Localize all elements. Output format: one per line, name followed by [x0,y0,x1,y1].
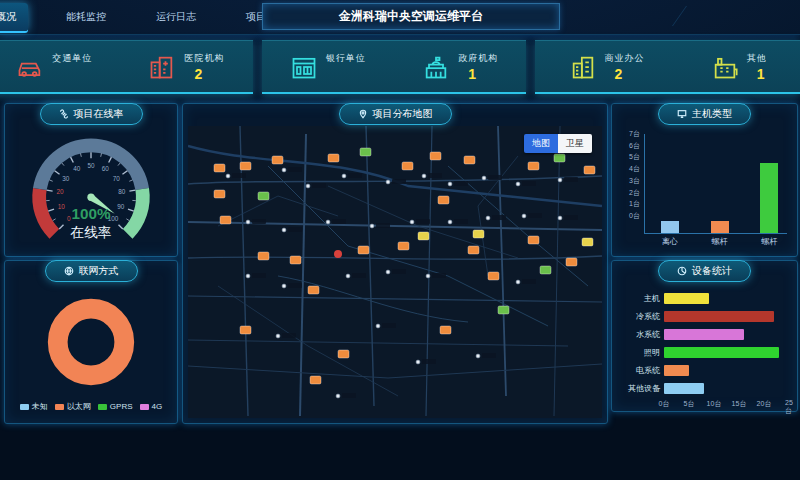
y-tick-label: 1台 [629,199,640,209]
map-project-marker[interactable] [540,266,551,274]
map-project-marker[interactable] [528,236,539,244]
bar-离心[interactable] [661,221,679,233]
government-icon [422,53,450,81]
bar-电系统[interactable] [664,365,689,376]
map-place-dot [448,182,452,186]
satellite-button[interactable]: 卫星 [558,134,592,153]
panel-device-stats: 设备统计 主机冷系统水系统照明电系统其他设备0台5台10台15台20台25台 [611,260,798,412]
map-project-marker[interactable] [290,256,301,264]
gauge-tick-label: 50 [87,162,95,169]
map-project-marker[interactable] [272,156,283,164]
x-tick-label: 螺杆 [712,236,728,247]
map-project-marker[interactable] [498,306,509,314]
map-road [218,196,338,226]
legend-item[interactable]: 未知 [20,401,48,412]
map-project-marker[interactable] [214,164,225,172]
legend-swatch [140,404,149,410]
map-road [188,364,602,378]
map-place-dot [282,168,286,172]
map-project-marker[interactable] [402,162,413,170]
gauge-hub [87,193,94,200]
hospital-icon [148,53,176,81]
map-place-dot [246,274,250,278]
map-project-marker[interactable] [338,350,349,358]
map-place-dot [386,180,390,184]
bar-track [664,311,789,322]
bar-冷系统[interactable] [664,311,774,322]
map-road [554,126,560,416]
bar-螺杆[interactable] [760,163,778,233]
map-project-marker[interactable] [328,154,339,162]
tab-run-log[interactable]: 运行日志 [144,3,208,31]
map-project-marker[interactable] [310,376,321,384]
map-project-marker[interactable] [240,162,251,170]
map-project-marker[interactable] [566,258,577,266]
device-label: 电系统 [620,365,664,376]
bar-其他设备[interactable] [664,383,704,394]
legend-item[interactable]: 4G [140,401,163,412]
legend-label: GPRS [110,402,133,411]
map-place-label [392,269,406,274]
gauge-tick-label: 90 [117,203,125,210]
map-project-marker[interactable] [258,252,269,260]
bar-水系统[interactable] [664,329,744,340]
stat-traffic: 交通单位 [16,52,92,81]
map-place-dot [558,216,562,220]
map-project-marker[interactable] [418,232,429,240]
legend-item[interactable]: 以太网 [55,401,91,412]
device-row: 电系统 [620,363,789,378]
map-project-marker[interactable] [464,156,475,164]
map-place-label [392,179,406,184]
map-project-marker[interactable] [468,246,479,254]
map-project-marker[interactable] [308,286,319,294]
map-project-marker[interactable] [430,152,441,160]
gauge-tick [109,157,112,162]
gauge-tick [55,171,60,175]
tab-overview[interactable]: 概况 [0,3,28,31]
map-project-marker[interactable] [473,230,484,238]
bar-track [664,365,789,376]
map-svg[interactable] [188,126,602,416]
office-icon [569,53,597,81]
map-project-marker[interactable] [554,154,565,162]
map-project-marker[interactable] [584,166,595,174]
map-place-dot [410,220,414,224]
gauge-tick [126,219,129,221]
stat-label: 交通单位 [52,52,92,65]
panel-title: 设备统计 [692,264,732,278]
map-project-marker[interactable] [398,242,409,250]
map-project-marker[interactable] [582,238,593,246]
map-project-marker[interactable] [214,190,225,198]
map-place-dot [386,270,390,274]
panel-device-stats-header: 设备统计 [658,260,751,282]
stat-label: 医院机构 [184,52,224,65]
map-place-label [252,219,266,224]
map-place-label [332,219,346,224]
y-tick-label: 7台 [629,129,640,139]
map-place-label [488,175,502,180]
tab-energy-monitor[interactable]: 能耗监控 [54,3,118,31]
map-place-dot [482,176,486,180]
legend-label: 未知 [32,401,48,412]
stat-value: 1 [757,66,765,82]
panel-host-type-header: 主机类型 [658,103,751,125]
bar-照明[interactable] [664,347,779,358]
map-project-marker[interactable] [488,272,499,280]
map-project-marker[interactable] [358,246,369,254]
map-project-marker[interactable] [528,162,539,170]
map-canvas[interactable]: 地图 卫星 [188,126,602,418]
legend-item[interactable]: GPRS [98,401,133,412]
map-place-dot [370,224,374,228]
map-project-marker[interactable] [220,216,231,224]
map-project-marker[interactable] [258,192,269,200]
map-project-marker[interactable] [360,148,371,156]
bar-主机[interactable] [664,293,709,304]
panel-map-header: 项目分布地图 [339,103,452,125]
bar-螺杆[interactable] [711,221,729,233]
map-project-marker[interactable] [438,196,449,204]
map-project-marker[interactable] [440,326,451,334]
gauge-tick-label: 10 [58,203,66,210]
gauge-tick [122,171,127,175]
map-project-marker[interactable] [240,326,251,334]
map-button[interactable]: 地图 [524,134,558,153]
